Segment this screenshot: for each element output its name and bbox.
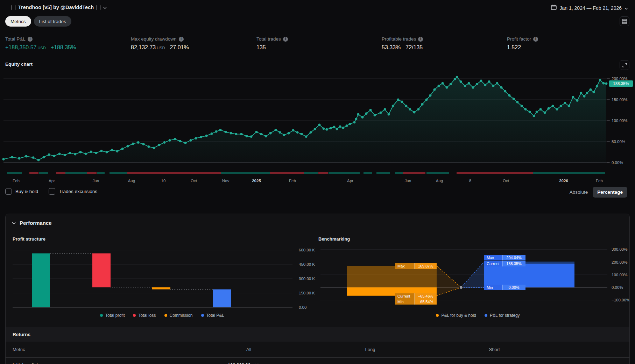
legend-label: Total profit bbox=[105, 313, 125, 318]
profit-structure-chart: 600.00 K450.00 K300.00 K150.00 K0.00 bbox=[6, 230, 319, 312]
legend-item: Total profit bbox=[100, 313, 125, 318]
waterfall-bar bbox=[213, 290, 231, 307]
percentage-mode-button[interactable]: Percentage bbox=[593, 187, 627, 198]
trades-excursions-checkbox[interactable]: Trades excursions bbox=[49, 188, 97, 195]
buyhold-range-positive bbox=[347, 266, 437, 287]
returns-table-header: Metric All Long Short bbox=[6, 342, 630, 358]
equity-x-axis-labels: FebAprJunAug10OctNov2025FebAprJunAug8Oct… bbox=[13, 179, 603, 183]
svg-text:−100.00%: −100.00% bbox=[612, 298, 630, 302]
stat-value: +188,350.57 bbox=[5, 44, 36, 50]
svg-text:2025: 2025 bbox=[252, 179, 261, 183]
equity-chart: 200.00%150.00%100.00%50.00%0.00%188.35%F… bbox=[0, 68, 635, 185]
legend-dot-icon bbox=[133, 314, 136, 317]
checkbox-label: Buy & hold bbox=[15, 189, 38, 194]
info-icon[interactable] bbox=[418, 37, 423, 42]
svg-text:Jun: Jun bbox=[405, 179, 411, 183]
svg-text:300.00 K: 300.00 K bbox=[299, 277, 315, 281]
performance-section-toggle[interactable]: Performance bbox=[12, 220, 52, 226]
svg-text:Feb: Feb bbox=[13, 179, 20, 183]
stat-profitable-trades: Profitable trades 53.33%72/135 bbox=[382, 36, 423, 51]
stat-label: Profit factor bbox=[507, 36, 531, 42]
svg-text:Nov: Nov bbox=[222, 179, 230, 183]
legend-label: Commission bbox=[170, 313, 193, 318]
info-icon[interactable] bbox=[179, 37, 184, 42]
legend-label: Total P&L bbox=[206, 313, 224, 318]
waterfall-bar bbox=[32, 254, 50, 307]
column-header-all: All bbox=[246, 347, 251, 352]
tab-list-of-trades[interactable]: List of trades bbox=[34, 16, 71, 27]
stat-profit-factor: Profit factor 1.522 bbox=[507, 36, 538, 51]
stat-value: 1.522 bbox=[507, 44, 521, 50]
performance-panel: Performance Profit structure Benchmarkin… bbox=[5, 214, 630, 364]
svg-text:Max: Max bbox=[487, 256, 494, 260]
equity-chart-controls: Buy & hold Trades excursions bbox=[5, 188, 97, 195]
legend-dot-icon bbox=[164, 314, 167, 317]
svg-text:Current: Current bbox=[487, 262, 500, 266]
stat-max-drawdown: Max equity drawdown 82,132.73USD27.01% bbox=[131, 36, 189, 51]
date-range-text: Jan 1, 2024 — Feb 21, 2026 bbox=[560, 5, 622, 11]
legend-label: Total loss bbox=[138, 313, 156, 318]
svg-text:Min: Min bbox=[487, 285, 493, 290]
buy-and-hold-checkbox[interactable]: Buy & hold bbox=[5, 188, 38, 195]
stat-unit: USD bbox=[37, 46, 45, 50]
column-header-metric: Metric bbox=[13, 347, 25, 352]
svg-text:Aug: Aug bbox=[436, 179, 443, 183]
info-icon[interactable] bbox=[533, 37, 538, 42]
svg-text:Max: Max bbox=[397, 264, 405, 268]
stat-unit: USD bbox=[157, 46, 165, 50]
table-rows-settings-button[interactable] bbox=[620, 16, 629, 26]
info-icon[interactable] bbox=[28, 37, 33, 42]
waterfall-bar bbox=[152, 287, 170, 290]
absolute-mode-button[interactable]: Absolute bbox=[570, 190, 588, 195]
checkbox-icon bbox=[49, 188, 55, 195]
benchmarking-legend: P&L for buy & hold P&L for strategy bbox=[320, 313, 630, 318]
svg-text:188.35%: 188.35% bbox=[506, 262, 522, 266]
svg-text:100.00%: 100.00% bbox=[612, 119, 627, 123]
column-header-short: Short bbox=[489, 347, 500, 352]
info-icon[interactable] bbox=[283, 37, 288, 42]
chevron-down-icon bbox=[625, 5, 628, 11]
legend-item: P&L for buy & hold bbox=[436, 313, 476, 318]
legend-dot-icon bbox=[201, 314, 204, 317]
svg-text:Feb: Feb bbox=[289, 179, 296, 183]
svg-text:8: 8 bbox=[469, 179, 471, 183]
row-all-value: 100,000.00 bbox=[228, 362, 251, 364]
stat-total-pnl: Total P&L +188,350.57USD+188.35% bbox=[5, 36, 76, 51]
strategy-emoji-placeholder-icon bbox=[97, 5, 100, 10]
strategy-range bbox=[484, 264, 574, 287]
equity-y-axis-labels: 200.00%150.00%100.00%50.00%0.00% bbox=[612, 77, 627, 165]
svg-text:188.35%: 188.35% bbox=[613, 81, 629, 86]
svg-text:10: 10 bbox=[161, 179, 166, 183]
stat-total-trades: Total trades 135 bbox=[256, 36, 288, 51]
strategy-title-dropdown[interactable]: Trendhoo [v5] by @DaviddTech bbox=[12, 4, 107, 10]
equity-area bbox=[3, 77, 606, 163]
svg-text:169.87%: 169.87% bbox=[418, 264, 433, 268]
legend-dot-icon bbox=[100, 314, 103, 317]
svg-text:Oct: Oct bbox=[503, 179, 509, 183]
legend-item: Total P&L bbox=[201, 313, 224, 318]
tab-metrics[interactable]: Metrics bbox=[5, 16, 31, 27]
stat-value: 53.33% bbox=[382, 44, 401, 50]
svg-text:Aug: Aug bbox=[128, 179, 135, 183]
stat-value: 135 bbox=[256, 44, 266, 50]
returns-title: Returns bbox=[13, 327, 630, 342]
svg-text:Min: Min bbox=[397, 300, 404, 304]
checkbox-label: Trades excursions bbox=[59, 189, 97, 194]
svg-text:Apr: Apr bbox=[347, 179, 353, 183]
profit-structure-legend: Total profit Total loss Commission Total… bbox=[6, 313, 319, 318]
stat-value: 82,132.73 bbox=[131, 44, 156, 50]
svg-text:204.04%: 204.04% bbox=[506, 256, 522, 260]
stat-label: Total P&L bbox=[5, 36, 26, 42]
stat-extra: 27.01% bbox=[170, 44, 189, 50]
legend-dot-icon bbox=[485, 314, 487, 317]
equity-chart-title: Equity chart bbox=[5, 62, 33, 67]
strategy-emoji-placeholder-icon bbox=[12, 5, 15, 10]
checkbox-icon bbox=[5, 188, 12, 195]
date-range-picker[interactable]: Jan 1, 2024 — Feb 21, 2026 bbox=[551, 4, 628, 12]
performance-title: Performance bbox=[20, 220, 52, 226]
column-header-long: Long bbox=[365, 347, 375, 352]
calendar-icon bbox=[551, 4, 557, 12]
legend-label: P&L for buy & hold bbox=[441, 313, 476, 318]
svg-text:200.00%: 200.00% bbox=[612, 260, 627, 264]
stat-label: Total trades bbox=[256, 36, 281, 42]
